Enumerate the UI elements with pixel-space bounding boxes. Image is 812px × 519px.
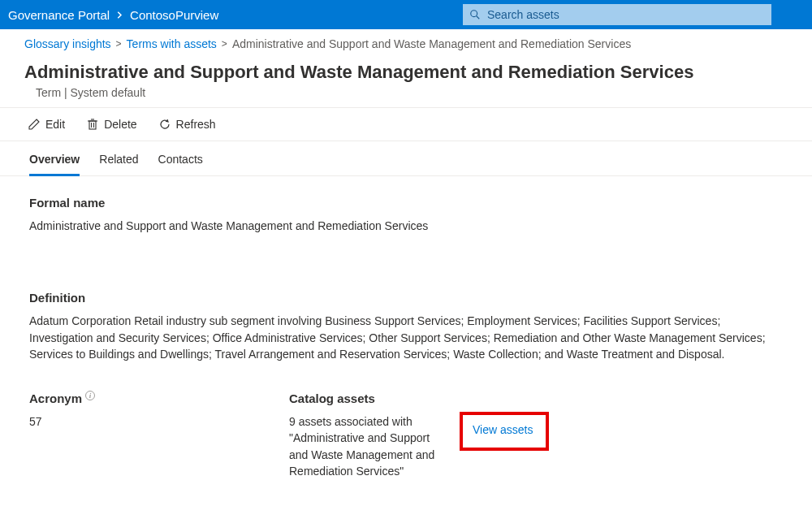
formal-name-value: Administrative and Support and Waste Man… [29, 218, 783, 234]
search-container [463, 4, 771, 25]
chevron-right-icon: > [222, 38, 227, 50]
tab-contacts[interactable]: Contacts [158, 149, 203, 176]
acronym-title: Acronym i [29, 391, 240, 405]
definition-value: Adatum Corporation Retail industry sub s… [29, 313, 783, 362]
definition-section: Definition Adatum Corporation Retail ind… [29, 291, 783, 362]
toolbar: Edit Delete Refresh [0, 108, 812, 141]
catalog-assets-description: 9 assets associated with "Administrative… [289, 413, 443, 479]
formal-name-section: Formal name Administrative and Support a… [29, 196, 783, 234]
refresh-icon [158, 118, 171, 131]
tab-overview[interactable]: Overview [29, 149, 80, 176]
top-header: Governance Portal ContosoPurview [0, 0, 812, 29]
breadcrumb: Glossary insights > Terms with assets > … [0, 29, 812, 58]
edit-label: Edit [45, 118, 65, 131]
chevron-right-icon: > [116, 38, 122, 50]
tab-related[interactable]: Related [99, 149, 138, 176]
catalog-assets-title: Catalog assets [289, 391, 565, 405]
tabs: Overview Related Contacts [0, 141, 812, 176]
acronym-section: Acronym i 57 [29, 391, 240, 479]
highlight-annotation: View assets [460, 412, 549, 451]
breadcrumb-current: Administrative and Support and Waste Man… [232, 37, 631, 50]
workspace-name[interactable]: ContosoPurview [130, 8, 218, 22]
trash-icon [86, 118, 99, 131]
page-subtitle: Term | System default [24, 86, 788, 99]
page-header: Administrative and Support and Waste Man… [0, 58, 812, 108]
catalog-assets-section: Catalog assets 9 assets associated with … [289, 391, 565, 479]
refresh-label: Refresh [176, 118, 216, 131]
portal-name[interactable]: Governance Portal [8, 8, 110, 22]
pencil-icon [28, 118, 41, 131]
formal-name-title: Formal name [29, 196, 783, 210]
refresh-button[interactable]: Refresh [155, 116, 219, 132]
breadcrumb-link-glossary-insights[interactable]: Glossary insights [24, 37, 111, 50]
info-icon[interactable]: i [85, 391, 95, 400]
svg-line-1 [477, 16, 480, 19]
search-icon [469, 9, 481, 20]
content-area: Formal name Administrative and Support a… [0, 176, 812, 499]
acronym-value: 57 [29, 413, 240, 430]
edit-button[interactable]: Edit [24, 116, 68, 132]
delete-label: Delete [104, 118, 136, 131]
view-assets-link[interactable]: View assets [473, 423, 533, 436]
delete-button[interactable]: Delete [83, 116, 140, 132]
details-row: Acronym i 57 Catalog assets 9 assets ass… [29, 391, 783, 479]
page-title: Administrative and Support and Waste Man… [24, 62, 788, 83]
svg-point-0 [471, 11, 477, 17]
breadcrumb-link-terms-with-assets[interactable]: Terms with assets [127, 37, 217, 50]
svg-rect-2 [89, 121, 96, 129]
definition-title: Definition [29, 291, 783, 305]
chevron-right-icon [116, 11, 123, 19]
search-input[interactable] [463, 4, 771, 25]
